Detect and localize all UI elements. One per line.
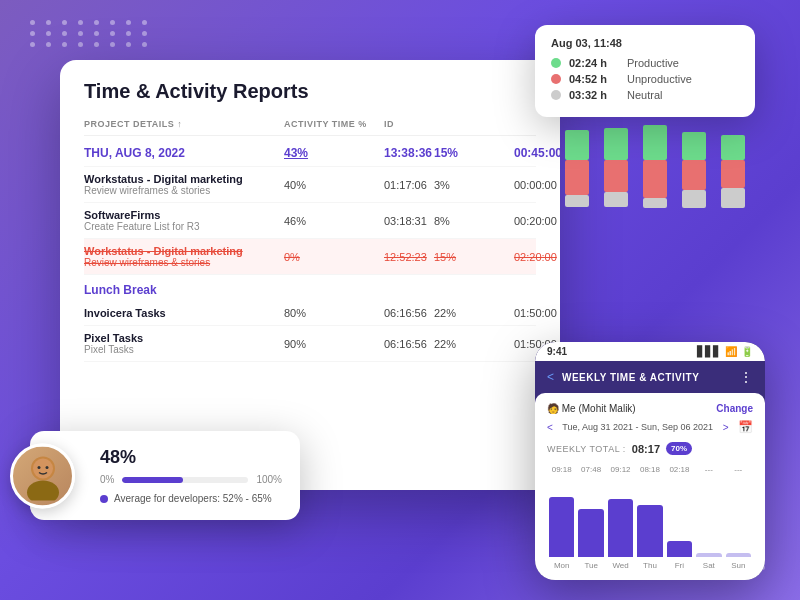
svg-rect-2 [565, 195, 589, 207]
project-sub: Review wireframes & stories [84, 185, 284, 196]
row-pct-deleted: 0% [284, 245, 384, 268]
report-title: Time & Activity Reports [84, 80, 536, 103]
row-v1: 00:20:00 [514, 209, 560, 232]
project-cell: Pixel Tasks Pixel Tasks [84, 332, 284, 355]
svg-point-17 [33, 459, 53, 479]
row-pct: 90% [284, 332, 384, 355]
project-name: Pixel Tasks [84, 332, 284, 344]
mobile-header-title: WEEKLY TIME & ACTIVITY [562, 372, 699, 383]
project-sub-deleted: Review wireframes & stories [84, 257, 284, 268]
mobile-back-button[interactable]: < [547, 370, 554, 384]
avatar [10, 443, 75, 508]
day-wed: Wed [606, 561, 635, 570]
neutral-time: 03:32 h [569, 89, 619, 101]
pct-label: 48% [100, 447, 282, 468]
svg-rect-12 [721, 135, 745, 160]
row-time: 06:16:56 [384, 332, 434, 355]
project-sub: Pixel Tasks [84, 344, 284, 355]
svg-rect-10 [682, 160, 706, 190]
row-p2-deleted: 15% [434, 245, 514, 268]
avatar-svg [18, 451, 68, 501]
project-cell: SoftwareFirms Create Feature List for R3 [84, 209, 284, 232]
row-v1-deleted: 02:20:00 [514, 245, 560, 268]
col-activity: ACTIVITY TIME % [284, 119, 384, 129]
row-time: 03:18:31 [384, 209, 434, 232]
mobile-total-row: WEEKLY TOTAL : 08:17 70% [547, 442, 753, 455]
svg-rect-14 [721, 188, 745, 208]
bar-group-2 [638, 110, 673, 210]
mobile-total-val: 08:17 [632, 443, 660, 455]
tooltip-unproductive-row: 04:52 h Unproductive [551, 73, 739, 85]
day-thu: Thu [635, 561, 664, 570]
bar-svg-3 [679, 110, 709, 210]
mobile-date-range: Tue, Aug 31 2021 - Sun, Sep 06 2021 [562, 422, 713, 432]
mobile-bars [547, 477, 753, 557]
bar-svg-4 [718, 110, 748, 210]
project-name: Workstatus - Digital marketing [84, 173, 284, 185]
mobile-pct-badge: 70% [666, 442, 692, 455]
date-time: 13:38:36 [384, 146, 434, 160]
progress-zero: 0% [100, 474, 114, 485]
bar-svg-2 [640, 110, 670, 210]
bar-group-0 [560, 110, 595, 210]
date-val1: 00:45:00 [514, 146, 560, 160]
table-row-deleted: Workstatus - Digital marketing Review wi… [84, 239, 536, 275]
date-label: THU, AUG 8, 2022 [84, 146, 284, 160]
mobile-bar-sat [696, 553, 721, 557]
row-pct: 46% [284, 209, 384, 232]
lunch-label: Lunch Break [84, 275, 536, 301]
table-row: SoftwareFirms Create Feature List for R3… [84, 203, 536, 239]
tooltip-productive-row: 02:24 h Productive [551, 57, 739, 69]
svg-rect-6 [643, 125, 667, 160]
tooltip-date: Aug 03, 11:48 [551, 37, 739, 49]
svg-rect-13 [721, 160, 745, 188]
row-p2: 22% [434, 332, 514, 355]
svg-rect-1 [565, 160, 589, 195]
svg-rect-11 [682, 190, 706, 208]
mobile-bar-labels: 09:18 07:48 09:12 08:18 02:18 --- --- [547, 465, 753, 474]
mobile-status-icons: ▋▋▋ 📶 🔋 [697, 346, 753, 357]
svg-rect-8 [643, 198, 667, 208]
report-card: Time & Activity Reports PROJECT DETAILS … [60, 60, 560, 490]
progress-container: 0% 100% [100, 474, 282, 485]
avatar-card: 48% 0% 100% Average for developers: 52% … [30, 431, 300, 520]
svg-point-18 [37, 466, 40, 469]
row-time: 06:16:56 [384, 307, 434, 319]
svg-rect-5 [604, 192, 628, 207]
avg-dot [100, 495, 108, 503]
productive-time: 02:24 h [569, 57, 619, 69]
mobile-bar-tue [578, 509, 603, 557]
battery-icon: 🔋 [741, 346, 753, 357]
day-fri: Fri [665, 561, 694, 570]
mobile-date-row: < Tue, Aug 31 2021 - Sun, Sep 06 2021 > … [547, 420, 753, 434]
bar-label-0: 09:18 [547, 465, 576, 474]
dots-top-left [30, 20, 152, 47]
day-tue: Tue [576, 561, 605, 570]
table-header: PROJECT DETAILS ↑ ACTIVITY TIME % ID TIV… [84, 119, 536, 136]
avg-label: Average for developers: 52% - 65% [114, 493, 272, 504]
date-activity-pct: 43% [284, 146, 384, 160]
calendar-icon[interactable]: 📅 [738, 420, 753, 434]
bar-label-2: 09:12 [606, 465, 635, 474]
wifi-icon: 📶 [725, 346, 737, 357]
productive-label: Productive [627, 57, 679, 69]
productive-dot [551, 58, 561, 68]
mobile-time: 9:41 [547, 346, 567, 357]
mobile-bar-wed [608, 499, 633, 557]
row-p2: 3% [434, 173, 514, 196]
mobile-change-btn[interactable]: Change [716, 403, 753, 414]
progress-bar-bg [122, 477, 248, 483]
col-3 [434, 119, 514, 129]
mobile-next-btn[interactable]: > [723, 422, 729, 433]
svg-point-16 [27, 481, 59, 501]
svg-rect-0 [565, 130, 589, 160]
bar-label-1: 07:48 [576, 465, 605, 474]
col-project: PROJECT DETAILS ↑ [84, 119, 284, 129]
project-cell: Invoicera Tasks [84, 307, 284, 319]
mobile-header: < WEEKLY TIME & ACTIVITY ⋮ [535, 361, 765, 393]
mobile-user-row: 🧑 Me (Mohit Malik) Change [547, 403, 753, 414]
mobile-total-label: WEEKLY TOTAL : [547, 444, 626, 454]
day-mon: Mon [547, 561, 576, 570]
mobile-prev-btn[interactable]: < [547, 422, 553, 433]
svg-rect-9 [682, 132, 706, 160]
